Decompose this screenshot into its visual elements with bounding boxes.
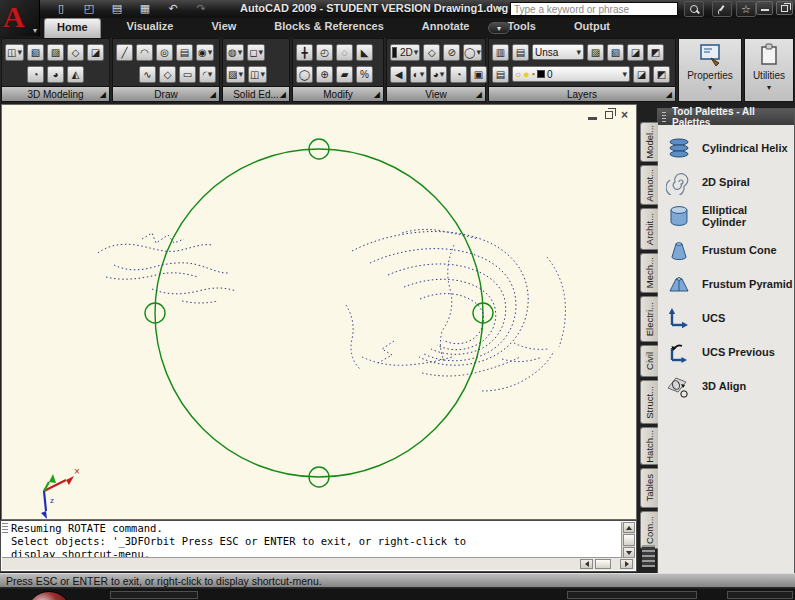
palette-tab-hatches[interactable]: Hatch... xyxy=(640,427,658,465)
vertical-scroll-thumb[interactable] xyxy=(623,534,635,546)
drawing-minimize-button[interactable] xyxy=(588,117,597,120)
free-orbit-button[interactable]: ◔ xyxy=(450,66,467,83)
drawing-restore-button[interactable] xyxy=(605,111,613,119)
camera-button[interactable]: ▣ xyxy=(470,66,487,83)
status-field[interactable] xyxy=(567,591,697,599)
polyline-button[interactable]: ◠ xyxy=(136,44,153,61)
palette-item-2d-spiral[interactable]: 2D Spiral xyxy=(658,165,794,199)
new-file-button[interactable]: ▯ xyxy=(52,1,70,16)
spline-button[interactable]: ∿ xyxy=(139,66,156,83)
redo-button[interactable]: ↷ xyxy=(192,1,210,16)
palette-resize-grip[interactable] xyxy=(642,545,655,567)
favorites-button[interactable]: ☆ xyxy=(736,1,756,17)
palette-tab-architectural[interactable]: Archit... xyxy=(640,208,658,250)
panel-title-view[interactable]: View◢ xyxy=(387,86,485,101)
undo-button[interactable]: ↶ xyxy=(164,1,182,16)
union-button[interactable]: ◕ xyxy=(47,66,64,83)
steering-wheel-button[interactable]: ◐▾ xyxy=(410,66,427,83)
rotate-button[interactable]: ◯ xyxy=(296,66,313,83)
array-button[interactable]: ⊕ xyxy=(316,66,333,83)
palette-tab-command[interactable]: Com... xyxy=(640,511,658,549)
tab-visualize[interactable]: Visualize xyxy=(115,18,186,38)
no-view-button[interactable]: ⊘ xyxy=(443,44,460,61)
tab-output[interactable]: Output xyxy=(562,18,622,38)
palette-item-ucs[interactable]: UCS xyxy=(658,301,794,335)
rectangle-button[interactable]: ▭ xyxy=(179,66,196,83)
extrude-faces-button[interactable]: ▨▾ xyxy=(226,66,245,83)
panel-title-3d-modeling[interactable]: 3D Modeling◢ xyxy=(2,86,109,101)
palette-tab-annotation[interactable]: Annot... xyxy=(640,165,658,205)
tab-home[interactable]: Home xyxy=(44,18,101,38)
move-button[interactable]: ╋ xyxy=(296,44,313,61)
command-horizontal-scrollbar[interactable] xyxy=(2,557,635,570)
drawing-canvas[interactable]: × z × xyxy=(1,104,637,520)
communication-center-button[interactable] xyxy=(712,1,732,17)
palette-tab-modeling[interactable]: Model... xyxy=(640,122,658,162)
scroll-right-button[interactable] xyxy=(620,559,633,569)
mirror-button[interactable]: ◣ xyxy=(356,44,373,61)
tab-annotate[interactable]: Annotate xyxy=(410,18,482,38)
layer-state-dropdown[interactable]: Unsa▾ xyxy=(532,44,584,60)
command-window-grip[interactable] xyxy=(2,523,8,533)
arc-button[interactable]: ◜▾ xyxy=(199,66,216,83)
panel-title-draw[interactable]: Draw◢ xyxy=(113,86,219,101)
wedge-button[interactable]: ◭ xyxy=(67,66,84,83)
horizontal-scroll-thumb[interactable] xyxy=(595,559,611,569)
layer-dropdown[interactable]: ○ ● ▪ 0 ▾ xyxy=(512,66,630,82)
scroll-left-button[interactable] xyxy=(580,559,593,569)
palette-tab-mechanical[interactable]: Mech... xyxy=(640,253,658,293)
revision-cloud-button[interactable]: ◎ xyxy=(156,44,173,61)
tab-view[interactable]: View xyxy=(199,18,248,38)
pan-button[interactable]: ◀ xyxy=(390,66,407,83)
status-field[interactable] xyxy=(727,591,793,599)
panel-title-layers[interactable]: Layers◢ xyxy=(489,86,675,101)
palette-item-3d-align[interactable]: 3D Align xyxy=(658,369,794,403)
panel-properties[interactable]: Properties ▾ xyxy=(678,38,742,102)
copy-button[interactable]: ◌ xyxy=(336,44,353,61)
layer-unisolate-button[interactable]: ▤ xyxy=(512,44,529,61)
palette-tab-electrical[interactable]: Electri... xyxy=(640,296,658,342)
orbit-button[interactable]: ◯▾ xyxy=(463,44,482,61)
multiline-button[interactable]: ▤ xyxy=(176,44,193,61)
panel-title-modify[interactable]: Modify◢ xyxy=(293,86,383,101)
line-button[interactable]: ╱ xyxy=(116,44,133,61)
drawing-close-button[interactable]: × xyxy=(621,110,628,120)
menu-browser-button[interactable]: A ▾ xyxy=(0,0,40,36)
scroll-up-button[interactable] xyxy=(623,522,635,533)
planar-surface-button[interactable]: ◇ xyxy=(67,44,84,61)
minimize-ribbon-button[interactable]: ▾ xyxy=(488,22,510,34)
smooth-object-button[interactable]: ◔ xyxy=(27,66,44,83)
palette-item-frustum-cone[interactable]: Frustum Cone xyxy=(658,233,794,267)
circle-button[interactable]: ◉▾ xyxy=(196,44,214,61)
slice-button[interactable]: ◫▾ xyxy=(248,66,267,83)
polysolid-button[interactable]: ▧ xyxy=(27,44,44,61)
palette-item-frustum-pyramid[interactable]: Frustum Pyramid xyxy=(658,267,794,301)
zoom-button[interactable]: ◕▾ xyxy=(430,66,447,83)
palette-tab-tables[interactable]: Tables xyxy=(640,468,658,508)
primitive-box-button[interactable]: ◫▾ xyxy=(5,44,24,61)
minimize-button[interactable] xyxy=(756,1,773,15)
palette-tab-structural[interactable]: Struct... xyxy=(640,380,658,424)
extrude-face-button[interactable]: ▨ xyxy=(47,44,64,61)
explode-button[interactable]: % xyxy=(356,66,373,83)
view-cube-button[interactable]: ◇ xyxy=(423,44,440,61)
palette-tab-civil[interactable]: Civil xyxy=(640,345,658,377)
open-file-button[interactable]: ◰ xyxy=(80,1,98,16)
command-vertical-scrollbar[interactable] xyxy=(621,522,635,558)
search-button[interactable] xyxy=(684,1,704,17)
save-button[interactable]: ▤ xyxy=(108,1,126,16)
restore-button[interactable] xyxy=(776,1,793,15)
palette-item-ucs-previous[interactable]: UCS Previous xyxy=(658,335,794,369)
tab-blocks-references[interactable]: Blocks & References xyxy=(262,18,395,38)
panel-title-solid-editing[interactable]: Solid Ed...◢ xyxy=(223,86,289,101)
presspull-button[interactable]: ◪ xyxy=(87,44,104,61)
previous-layer-button[interactable]: ◩ xyxy=(653,66,670,83)
layer-properties-button[interactable]: ▤ xyxy=(492,66,509,83)
layer-walk-button[interactable]: ◩ xyxy=(647,44,664,61)
coordinate-field[interactable] xyxy=(110,591,198,599)
layer-off-button[interactable]: ▧ xyxy=(607,44,624,61)
layer-freeze-button[interactable]: ▨ xyxy=(587,44,604,61)
plot-button[interactable]: ▦ xyxy=(136,1,154,16)
layer-lock-button[interactable]: ◪ xyxy=(627,44,644,61)
visual-style-dropdown[interactable]: 2D▾ xyxy=(390,44,420,61)
